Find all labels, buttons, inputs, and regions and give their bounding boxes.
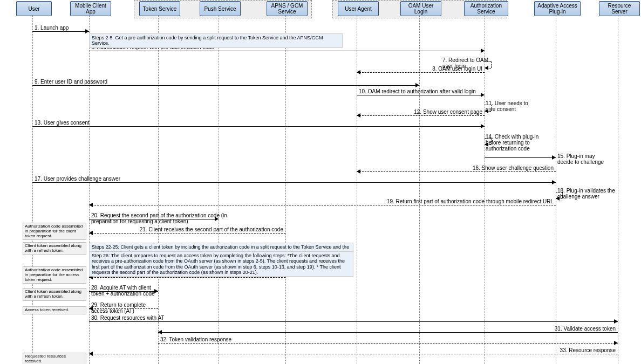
message-label-32: 32. Token validation response bbox=[160, 336, 376, 342]
message-label-30: 30. Request resources with AT bbox=[91, 315, 307, 321]
lifeline-line-agent bbox=[357, 15, 357, 364]
message-label-8: 8. OAM user login UI bbox=[358, 66, 482, 72]
side-note-2: Authorization code assembled in preparat… bbox=[23, 266, 86, 284]
message-line-30 bbox=[89, 321, 618, 322]
lifeline-header-resource: Resource Server bbox=[599, 1, 640, 16]
lifeline-header-user: User bbox=[16, 1, 52, 16]
arrow-head-17 bbox=[552, 180, 556, 184]
message-line-1 bbox=[32, 31, 89, 32]
lifeline-line-mobile bbox=[89, 15, 90, 364]
message-label-19: 19. Return first part of authorization c… bbox=[338, 198, 554, 204]
message-label-14: 14. Check with plug-in before returning … bbox=[486, 134, 540, 152]
side-note-3: Client token assembled along with a refr… bbox=[23, 288, 86, 301]
arrow-head-31 bbox=[158, 330, 162, 334]
arrow-head-6 bbox=[481, 49, 485, 53]
message-line-17 bbox=[32, 182, 556, 183]
lifeline-line-adaptive bbox=[556, 15, 556, 364]
message-line-13 bbox=[32, 126, 485, 127]
message-label-21: 21. Client receives the second part of t… bbox=[90, 226, 283, 232]
arrow-head-30 bbox=[614, 319, 618, 324]
lifeline-header-push: Push Service bbox=[200, 1, 241, 16]
lifeline-header-agent: User Agent bbox=[338, 1, 379, 16]
message-label-16: 16. Show user challenge question bbox=[358, 165, 554, 171]
message-line-16 bbox=[357, 171, 556, 172]
message-line-27 bbox=[89, 277, 285, 278]
message-label-29: 29. Return to complete access token (AT) bbox=[91, 302, 161, 314]
message-label-28: 28. Acquire AT with client token + autho… bbox=[91, 285, 161, 297]
lifeline-line-apns bbox=[285, 15, 286, 364]
message-line-6 bbox=[89, 51, 485, 51]
arrow-head-15 bbox=[552, 155, 556, 160]
message-line-21 bbox=[89, 233, 285, 233]
message-label-31: 31. Validate access token bbox=[400, 326, 616, 332]
message-label-20: 20. Request the second part of the autho… bbox=[91, 212, 242, 224]
message-line-32 bbox=[158, 343, 618, 344]
lifeline-header-apns: APNS / GCM Service bbox=[267, 1, 308, 16]
side-note-4: Access token received. bbox=[23, 306, 86, 314]
lifeline-header-token: Token Service bbox=[139, 1, 180, 16]
arrow-head-32 bbox=[614, 341, 618, 345]
arrow-head-13 bbox=[481, 124, 485, 128]
arrow-head-19 bbox=[89, 203, 93, 207]
step-note-0: Steps 2-5: Get a pre-authorization code … bbox=[89, 33, 343, 48]
message-label-13: 13. User gives consent bbox=[35, 120, 250, 126]
lifeline-header-authz: Authorization Service bbox=[464, 1, 508, 16]
lifeline-header-adaptive: Adaptive Access Plug-in bbox=[534, 1, 581, 16]
message-label-18: 18. Plug-in validates the challenge answ… bbox=[557, 188, 619, 200]
lifeline-header-mobile: Mobile Client App bbox=[70, 1, 111, 16]
arrow-head-9 bbox=[415, 83, 419, 87]
message-label-11: 11. User needs to give consent bbox=[486, 100, 534, 112]
step-note-2: Step 26: The client prepares to request … bbox=[89, 251, 353, 277]
message-line-33 bbox=[89, 354, 618, 354]
lifeline-line-push bbox=[219, 15, 219, 364]
message-line-19 bbox=[89, 205, 556, 205]
message-line-15 bbox=[485, 157, 556, 158]
message-label-15: 15. Plug-in may decide to challenge bbox=[557, 153, 611, 165]
message-line-9 bbox=[32, 85, 419, 86]
side-note-5: Requested resources received. bbox=[23, 353, 86, 364]
message-line-31 bbox=[158, 332, 618, 333]
message-line-10 bbox=[357, 95, 485, 95]
side-note-1: Client token assembled along with a refr… bbox=[23, 242, 86, 255]
message-line-8 bbox=[357, 72, 485, 73]
message-label-10: 10. OAM redirect to authorization after … bbox=[359, 88, 483, 94]
message-line-12 bbox=[357, 115, 485, 116]
message-label-1: 1. Launch app bbox=[35, 25, 88, 31]
side-note-0: Authorization code assembled in preparat… bbox=[23, 223, 86, 240]
arrow-head-33 bbox=[89, 352, 93, 356]
message-label-17: 17. User provides challenge answer bbox=[35, 176, 250, 182]
lifeline-header-oam: OAM User Login bbox=[400, 1, 441, 16]
message-label-9: 9. Enter user ID and password bbox=[35, 79, 250, 85]
message-label-12: 12. Show user consent page bbox=[358, 109, 482, 115]
message-label-33: 33. Resource response bbox=[400, 347, 616, 353]
